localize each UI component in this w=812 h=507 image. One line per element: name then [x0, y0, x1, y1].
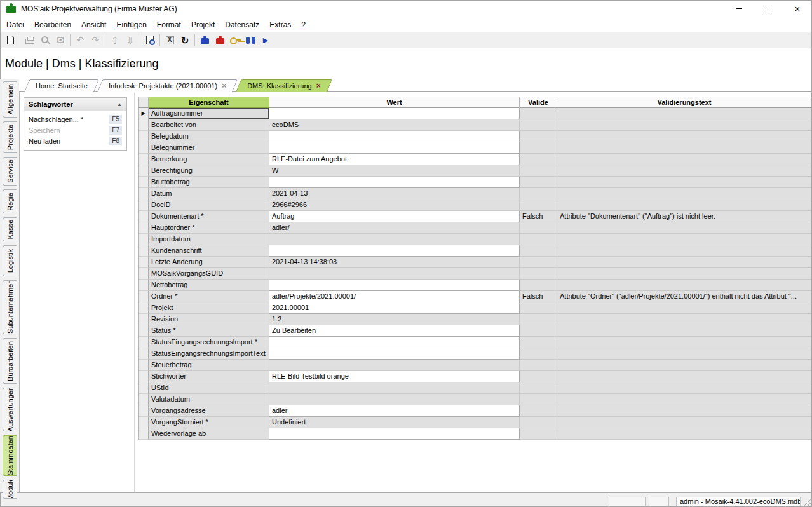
value-cell[interactable]: Auftrag [269, 211, 520, 222]
panel-item-nachschlagen[interactable]: Nachschlagen... *F5 [24, 114, 126, 125]
row-selector[interactable] [139, 268, 149, 280]
property-cell[interactable]: Bruttobetrag [149, 177, 269, 188]
row-selector[interactable] [139, 234, 149, 245]
value-cell[interactable] [269, 108, 520, 119]
row-selector[interactable] [139, 405, 149, 417]
menu-item-item[interactable]: ? [296, 18, 311, 31]
side-tab-projekte[interactable]: Projekte [3, 121, 17, 153]
row-selector[interactable] [139, 337, 149, 348]
side-tab-logistik[interactable]: Logistik [3, 245, 17, 276]
row-selector[interactable] [139, 314, 149, 325]
row-selector[interactable] [139, 280, 149, 291]
row-selector[interactable] [139, 325, 149, 337]
row-selector[interactable] [139, 211, 149, 222]
report-preview-button[interactable] [142, 33, 158, 47]
tab-close-icon[interactable]: × [222, 82, 226, 90]
tab-home-startseite[interactable]: Home: Startseite [27, 79, 97, 92]
row-selector[interactable] [139, 154, 149, 165]
maximize-button[interactable] [754, 0, 783, 17]
side-tab-auswertungen[interactable]: Auswertungen [3, 388, 17, 431]
row-selector[interactable] [139, 428, 149, 440]
side-tab-module[interactable]: Module [3, 480, 17, 499]
value-cell[interactable]: adler [269, 405, 520, 417]
puzzle-red-button[interactable] [212, 33, 227, 47]
row-selector[interactable] [139, 417, 149, 428]
row-selector[interactable] [139, 165, 149, 177]
property-cell[interactable]: VorgangStorniert * [149, 417, 269, 428]
property-cell[interactable]: StatusEingangsrechnungsImportText [149, 348, 269, 360]
side-tab-stammdaten[interactable]: Stammdaten [3, 435, 17, 476]
side-tab-service[interactable]: Service [3, 157, 17, 186]
property-cell[interactable]: Revision [149, 314, 269, 325]
close-button[interactable] [783, 0, 812, 17]
tab-close-icon[interactable]: × [316, 82, 321, 90]
row-selector[interactable] [139, 142, 149, 154]
play-run-button[interactable] [258, 33, 273, 47]
side-tab-regie[interactable]: Regie [3, 189, 17, 213]
value-cell[interactable] [269, 348, 520, 360]
row-selector[interactable] [139, 188, 149, 199]
value-cell[interactable]: RLE-Bild Testbild orange [269, 371, 520, 382]
value-cell[interactable] [269, 428, 520, 440]
side-tab-kasse[interactable]: Kasse [3, 217, 17, 241]
menu-item-datei[interactable]: Datei [1, 18, 29, 31]
value-cell[interactable] [269, 131, 520, 142]
side-tab-subunternehmer[interactable]: Subunternehmer [3, 280, 17, 334]
property-cell[interactable]: Ordner * [149, 291, 269, 302]
value-cell[interactable]: 2021.00001 [269, 302, 520, 314]
row-selector[interactable] [139, 382, 149, 394]
puzzle-blue-button[interactable] [197, 33, 212, 47]
value-cell[interactable]: Zu Bearbeiten [269, 325, 520, 337]
property-cell[interactable]: StatusEingangsrechnungsImport * [149, 337, 269, 348]
row-selector[interactable] [139, 394, 149, 405]
row-selector[interactable]: ▶ [139, 108, 149, 119]
property-cell[interactable]: Bearbeitet von [149, 119, 269, 131]
column-header-wert[interactable]: Wert [269, 97, 520, 108]
row-selector[interactable] [139, 257, 149, 268]
panel-item-neu-laden[interactable]: Neu ladenF8 [24, 135, 126, 146]
tab-infodesk-projektakte-2021-00001[interactable]: Infodesk: Projektakte (2021.00001)× [100, 79, 235, 92]
minimize-button[interactable] [724, 0, 754, 17]
menu-item-einf-gen[interactable]: Einfügen [111, 18, 151, 31]
column-header-validierungstext[interactable]: Validierungstext [557, 97, 812, 108]
row-selector[interactable] [139, 245, 149, 257]
excel-export-button[interactable]: X [162, 33, 177, 47]
property-cell[interactable]: Belegnummer [149, 142, 269, 154]
key-permissions-button[interactable] [227, 33, 243, 47]
side-tab-b-roarbeiten[interactable]: Büroarbeiten [3, 338, 17, 384]
property-cell[interactable]: Bemerkung [149, 154, 269, 165]
value-cell[interactable] [269, 280, 520, 291]
property-cell[interactable]: Dokumentenart * [149, 211, 269, 222]
property-cell[interactable]: Valutadatum [149, 394, 269, 405]
property-cell[interactable]: DocID [149, 199, 269, 211]
value-cell[interactable] [269, 177, 520, 188]
menu-item-bearbeiten[interactable]: Bearbeiten [29, 18, 76, 31]
row-selector[interactable] [139, 371, 149, 382]
menu-item-datensatz[interactable]: Datensatz [220, 18, 264, 31]
property-cell[interactable]: Hauptordner * [149, 222, 269, 234]
new-document-button[interactable] [3, 33, 18, 47]
property-cell[interactable]: Belegdatum [149, 131, 269, 142]
column-header-valide[interactable]: Valide [520, 97, 557, 108]
property-cell[interactable]: Steuerbetrag [149, 360, 269, 371]
property-cell[interactable]: UStId [149, 382, 269, 394]
property-cell[interactable]: Vorgangsadresse [149, 405, 269, 417]
row-selector[interactable] [139, 360, 149, 371]
tab-dms-klassifizierung[interactable]: DMS: Klassifizierung× [238, 79, 330, 92]
panel-header[interactable]: Schlagwörter ▲ [24, 98, 126, 111]
value-cell[interactable]: RLE-Datei zum Angebot [269, 154, 520, 165]
property-cell[interactable]: MOSaikVorgangsGUID [149, 268, 269, 280]
menu-item-format[interactable]: Format [152, 18, 186, 31]
row-selector[interactable] [139, 119, 149, 131]
value-cell[interactable] [269, 245, 520, 257]
property-cell[interactable]: Nettobetrag [149, 280, 269, 291]
binoculars-search-button[interactable] [243, 33, 258, 47]
value-cell[interactable]: adler/Projekte/2021.00001/ [269, 291, 520, 302]
property-cell[interactable]: Auftragsnummer [149, 108, 269, 119]
property-cell[interactable]: Projekt [149, 302, 269, 314]
collapse-arrow-icon[interactable]: ▲ [117, 102, 122, 107]
property-cell[interactable]: Letzte Änderung [149, 257, 269, 268]
menu-item-extras[interactable]: Extras [264, 18, 296, 31]
property-cell[interactable]: Kundenanschrift [149, 245, 269, 257]
value-cell[interactable] [269, 142, 520, 154]
